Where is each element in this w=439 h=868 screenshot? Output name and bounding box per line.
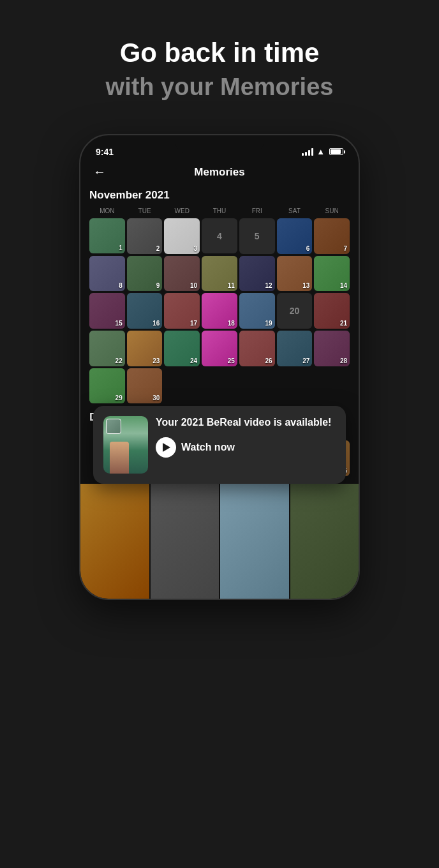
wifi-icon: ▲: [316, 147, 325, 156]
day-header-wed: WED: [164, 206, 200, 216]
hero-subtitle: with your Memories: [26, 73, 413, 102]
notification-thumbnail: [103, 416, 148, 474]
battery-icon: [329, 148, 343, 155]
table-row[interactable]: 21: [314, 293, 350, 329]
november-label: November 2021: [89, 189, 350, 202]
day-header-thu: THU: [202, 206, 237, 216]
notification-title: Your 2021 BeReal video is available!: [156, 416, 336, 430]
notification-banner[interactable]: Your 2021 BeReal video is available! Wat…: [93, 406, 346, 484]
day-header-mon: MON: [89, 206, 125, 216]
status-time: 9:41: [96, 147, 114, 157]
table-row[interactable]: 23: [127, 331, 163, 366]
table-row[interactable]: 25: [202, 331, 237, 366]
play-triangle-icon: [163, 443, 170, 452]
table-row: [239, 368, 275, 404]
table-row[interactable]: 9: [127, 256, 163, 292]
table-row[interactable]: 24: [164, 331, 200, 366]
table-row: [202, 368, 237, 404]
hero-title: Go back in time: [26, 38, 413, 68]
signal-bars-icon: [302, 148, 313, 156]
table-row[interactable]: 1: [89, 218, 125, 254]
list-item: [151, 484, 220, 599]
list-item: [80, 484, 149, 599]
table-row[interactable]: 3: [164, 218, 200, 254]
table-row[interactable]: 12: [239, 256, 275, 292]
table-row[interactable]: 27: [277, 331, 313, 366]
hero-section: Go back in time with your Memories: [0, 0, 439, 121]
table-row[interactable]: 2: [127, 218, 163, 254]
phone-frame: 9:41 ▲ ← Memories November 20: [79, 134, 360, 600]
table-row[interactable]: 20: [277, 293, 313, 329]
day-header-sun: SUN: [314, 206, 350, 216]
table-row[interactable]: 10: [164, 256, 200, 292]
table-row[interactable]: 6: [277, 218, 313, 254]
nav-title: Memories: [194, 166, 244, 179]
table-row[interactable]: 16: [127, 293, 163, 329]
table-row[interactable]: 19: [239, 293, 275, 329]
table-row: [277, 368, 313, 404]
day-header-fri: FRI: [239, 206, 275, 216]
play-icon: [156, 437, 176, 458]
table-row[interactable]: 26: [239, 331, 275, 366]
phone-wrapper: 9:41 ▲ ← Memories November 20: [0, 134, 439, 600]
table-row[interactable]: 5: [239, 218, 275, 254]
phone-notch: [175, 135, 264, 153]
notification-content: Your 2021 BeReal video is available! Wat…: [156, 416, 336, 458]
table-row[interactable]: 4: [202, 218, 237, 254]
table-row: [164, 368, 200, 404]
list-item: [290, 484, 359, 599]
november-grid: MON TUE WED THU FRI SAT SUN 1 2 3 4 5 6 …: [89, 206, 350, 404]
day-header-tue: TUE: [127, 206, 163, 216]
table-row[interactable]: 11: [202, 256, 237, 292]
table-row[interactable]: 30: [127, 368, 163, 404]
table-row[interactable]: 7: [314, 218, 350, 254]
table-row[interactable]: 13: [277, 256, 313, 292]
watch-now-button[interactable]: Watch now: [156, 437, 336, 458]
table-row[interactable]: 17: [164, 293, 200, 329]
watch-now-label: Watch now: [181, 442, 235, 453]
table-row[interactable]: 15: [89, 293, 125, 329]
table-row[interactable]: 22: [89, 331, 125, 366]
table-row[interactable]: 28: [314, 331, 350, 366]
table-row[interactable]: 29: [89, 368, 125, 404]
bottom-strip: [80, 484, 359, 599]
table-row[interactable]: 8: [89, 256, 125, 292]
table-row: [314, 368, 350, 404]
table-row[interactable]: 18: [202, 293, 237, 329]
list-item: [220, 484, 289, 599]
table-row[interactable]: 14: [314, 256, 350, 292]
status-icons: ▲: [302, 147, 343, 156]
back-button[interactable]: ←: [93, 165, 106, 179]
day-header-sat: SAT: [277, 206, 313, 216]
nav-bar: ← Memories: [80, 161, 359, 184]
